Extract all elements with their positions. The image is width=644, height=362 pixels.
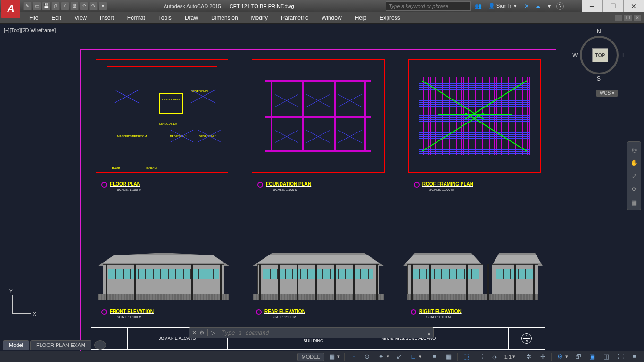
status-isoplane-icon[interactable]: ↙ (393, 352, 406, 362)
tab-add-button[interactable]: + (94, 340, 106, 350)
status-annoscale-button[interactable]: 1:1▾ (502, 353, 518, 361)
right-elevation-title: RIGHT ELEVATION (419, 309, 545, 314)
status-3dosnap-icon[interactable]: ⛶ (474, 352, 487, 362)
app-logo[interactable]: A (1, 0, 20, 18)
qat-print-icon[interactable]: 🖶 (70, 2, 79, 10)
a360-icon[interactable]: ☁ (534, 2, 542, 10)
plan-marker-icon (414, 182, 420, 188)
rear-elevation-title: REAR ELEVATION (264, 309, 391, 314)
status-cleanscreen-icon[interactable]: ⛶ (614, 352, 627, 362)
nav-showmotion-icon[interactable]: ▦ (629, 197, 639, 208)
front-elevation-title: FRONT ELEVATION (110, 309, 236, 314)
window-minimize-button[interactable]: ─ (582, 0, 603, 12)
floor-plan: DINING AREA LIVING AREA MASTER'S BEDROOM… (91, 55, 233, 196)
menu-view[interactable]: View (68, 13, 93, 23)
status-transparency-icon[interactable]: ▦ (442, 352, 455, 362)
status-osnap-icon[interactable]: □▾ (407, 352, 424, 362)
plan-marker-icon (101, 309, 107, 315)
infocenter-find-icon[interactable]: 👥 (474, 2, 483, 10)
command-line[interactable]: ✕ ⚙ ▷_ ▴ (189, 327, 434, 338)
help-more-icon[interactable]: ▾ (545, 2, 553, 10)
status-customize-icon[interactable]: ≡ (628, 352, 641, 362)
window-maximize-button[interactable]: ☐ (603, 0, 623, 12)
plan-marker-icon (411, 309, 416, 315)
menu-express[interactable]: Express (373, 13, 406, 23)
compass-n: N (597, 28, 601, 35)
foundation-plan: FOUNDATION PLAN SCALE: 1:100 M (247, 55, 389, 196)
window-close-button[interactable]: ✕ (623, 0, 644, 12)
wcs-badge[interactable]: WCS ▾ (596, 90, 618, 97)
menu-insert[interactable]: Insert (93, 13, 121, 23)
label-porch: PORCH (146, 167, 157, 170)
qat-new-icon[interactable]: ✎ (23, 2, 32, 10)
nav-orbit-icon[interactable]: ⟳ (629, 183, 639, 195)
cmdline-close-icon[interactable]: ✕ (192, 329, 197, 336)
menu-modify[interactable]: Modify (245, 13, 274, 23)
rear-elevation: REAR ELEVATION SCALE: 1:100 M (246, 215, 391, 323)
menu-edit[interactable]: Edit (45, 13, 68, 23)
floor-plan-title: FLOOR PLAN (110, 181, 233, 187)
status-annoauto-icon[interactable]: ✛ (536, 352, 549, 362)
menu-tools[interactable]: Tools (152, 13, 178, 23)
label-master: MASTER'S BEDROOM (117, 135, 147, 138)
label-dining: DINING AREA (162, 98, 181, 101)
menu-file[interactable]: File (23, 13, 45, 23)
tab-layout1[interactable]: FLOOR PLAN EXAM (30, 340, 91, 350)
help-icon[interactable]: ? (556, 2, 564, 10)
qat-redo-icon[interactable]: ↷ (89, 2, 98, 10)
plan-row: DINING AREA LIVING AREA MASTER'S BEDROOM… (91, 55, 545, 196)
status-workspace-icon[interactable]: ⚙▾ (553, 352, 570, 362)
status-hardware-icon[interactable]: ▣ (586, 352, 599, 362)
app-title: Autodesk AutoCAD 2015 (164, 3, 221, 9)
qat-plot-icon[interactable]: ⎙ (61, 2, 69, 10)
foundation-plan-scale: SCALE: 1:100 M (273, 188, 297, 191)
doc-restore-button[interactable]: ❐ (624, 15, 632, 21)
menubar: File Edit View Insert Format Tools Draw … (0, 12, 644, 24)
status-lineweight-icon[interactable]: ≡ (428, 352, 441, 362)
ucs-icon[interactable]: X Y (8, 289, 37, 318)
menu-dimension[interactable]: Dimension (205, 13, 245, 23)
status-dynucs-icon[interactable]: ⬗ (488, 352, 501, 362)
status-isolate-icon[interactable]: ◫ (600, 352, 613, 362)
qat-more-icon[interactable]: ▾ (99, 2, 107, 10)
menu-draw[interactable]: Draw (178, 13, 205, 23)
menu-window[interactable]: Window (315, 13, 348, 23)
viewcube-top-face[interactable]: TOP (592, 48, 608, 62)
sheet-total: 5 (526, 339, 528, 343)
status-polar-icon[interactable]: ✦▾ (375, 352, 392, 362)
search-input[interactable]: Type a keyword or phrase (386, 1, 471, 11)
compass-e: E (622, 52, 626, 58)
signin-button[interactable]: 👤 Sign In ▾ (486, 3, 520, 9)
viewport-label[interactable]: [−][Top][2D Wireframe] (4, 27, 56, 33)
qat-undo-icon[interactable]: ↶ (80, 2, 88, 10)
command-input[interactable] (221, 329, 425, 336)
cmdline-customize-icon[interactable]: ⚙ (199, 329, 205, 336)
status-annomon-icon[interactable]: 🗗 (571, 352, 585, 362)
nav-pan-icon[interactable]: ✋ (629, 157, 639, 168)
status-modelspace-button[interactable]: MODEL (297, 353, 324, 361)
status-cycling-icon[interactable]: ⬚ (460, 352, 473, 362)
status-grid-icon[interactable]: ▦▾ (325, 352, 342, 362)
roof-framing-plan: ROOF FRAMING PLAN SCALE: 1:100 M (404, 55, 545, 196)
status-annovis-icon[interactable]: ✲ (522, 352, 535, 362)
menu-help[interactable]: Help (348, 13, 373, 23)
cmdline-prompt-icon: ▷_ (207, 329, 218, 336)
nav-zoom-extents-icon[interactable]: ⤢ (629, 170, 639, 181)
floor-plan-scale: SCALE: 1:100 M (117, 188, 141, 191)
nav-wheel-icon[interactable]: ◎ (629, 144, 639, 155)
model-viewport[interactable]: [−][Top][2D Wireframe] DINING AREA LIVIN… (0, 24, 644, 351)
right-elevation-scale: SCALE: 1:100 M (426, 315, 451, 319)
qat-save-icon[interactable]: 💾 (42, 2, 50, 10)
menu-parametric[interactable]: Parametric (274, 13, 315, 23)
cmdline-recent-icon[interactable]: ▴ (428, 329, 430, 336)
doc-close-button[interactable]: ✕ (634, 15, 641, 21)
status-snap-icon[interactable]: └ (347, 352, 360, 362)
menu-format[interactable]: Format (121, 13, 152, 23)
exchange-icon[interactable]: ✕ (522, 2, 531, 10)
doc-minimize-button[interactable]: ─ (615, 15, 622, 21)
qat-open-icon[interactable]: ▭ (33, 2, 41, 10)
qat-saveas-icon[interactable]: ⎙ (51, 2, 60, 10)
viewcube[interactable]: N S E W TOP (573, 29, 625, 81)
tab-model[interactable]: Model (3, 340, 29, 350)
status-ortho-icon[interactable]: ⊙ (361, 352, 374, 362)
